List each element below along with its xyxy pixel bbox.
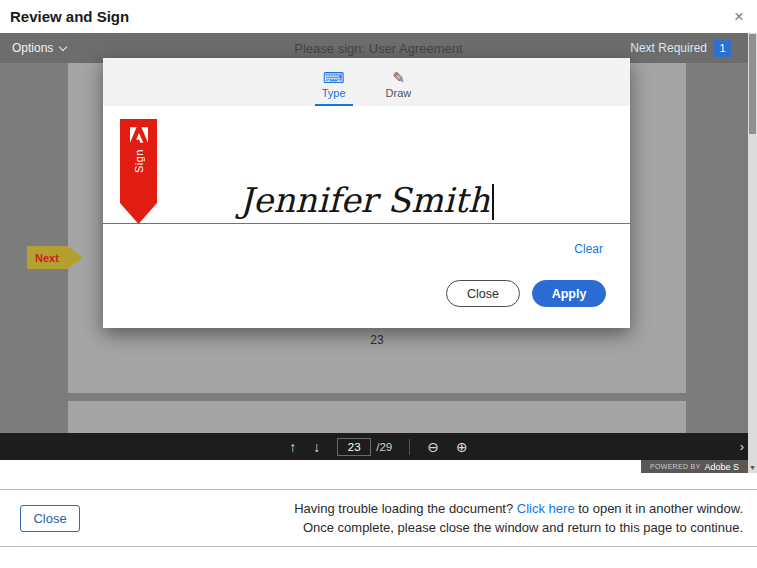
close-icon[interactable]: × [734, 8, 744, 25]
adobe-sign-ribbon: Sign [120, 119, 157, 224]
footer-close-button[interactable]: Close [20, 505, 80, 532]
expand-panel-icon[interactable]: › [740, 439, 744, 454]
options-menu[interactable]: Options [12, 41, 66, 55]
next-required-label: Next Required [630, 41, 707, 55]
tab-draw-label: Draw [386, 87, 412, 99]
click-here-link[interactable]: Click here [517, 501, 575, 516]
scrollbar[interactable]: ▼ [748, 33, 757, 473]
toolbar-divider [409, 439, 410, 455]
page-number-input[interactable]: 23 [337, 438, 371, 456]
signature-text: Jennifer Smith [239, 180, 489, 220]
scrollbar-thumb[interactable] [749, 34, 756, 134]
clear-link[interactable]: Clear [574, 242, 603, 256]
help-line1-post: to open it in another window. [575, 501, 743, 516]
document-viewer: Options Please sign: User Agreement Next… [0, 33, 757, 473]
page-total-label: /29 [376, 441, 392, 453]
chevron-down-icon [59, 42, 67, 50]
window-titlebar: Review and Sign × [0, 0, 757, 33]
apply-button[interactable]: Apply [532, 280, 606, 307]
next-required-indicator[interactable]: Next Required 1 [630, 40, 745, 57]
signature-input-area[interactable]: Sign Jennifer Smith [103, 106, 630, 224]
scrollbar-down-icon[interactable]: ▼ [748, 463, 757, 473]
tab-draw[interactable]: ✎ Draw [379, 70, 419, 106]
page-footer: Close Having trouble loading the documen… [0, 489, 757, 547]
document-page-next [68, 401, 686, 433]
next-required-count-badge: 1 [714, 40, 731, 57]
zoom-out-icon[interactable]: ⊖ [427, 440, 439, 454]
sign-ribbon-label: Sign [133, 149, 145, 173]
viewer-toolbar: ↑ ↓ 23 /29 ⊖ ⊕ › [0, 433, 757, 460]
powered-by-prefix: POWERED BY [650, 463, 700, 470]
text-cursor [492, 184, 494, 220]
keyboard-icon: ⌨ [323, 70, 345, 85]
page-up-icon[interactable]: ↑ [289, 440, 296, 454]
options-label: Options [12, 41, 53, 55]
next-field-arrow-label: Next [35, 252, 59, 264]
window-title: Review and Sign [10, 8, 129, 25]
page-down-icon[interactable]: ↓ [313, 440, 320, 454]
tab-type[interactable]: ⌨ Type [315, 70, 353, 106]
signature-modal: ⌨ Type ✎ Draw Sign Jennifer Smith Clear [103, 58, 630, 328]
page-number-label: 23 [68, 333, 686, 347]
pen-icon: ✎ [392, 70, 405, 85]
footer-help-text: Having trouble loading the document? Cli… [80, 499, 743, 538]
modal-close-button[interactable]: Close [446, 280, 520, 307]
help-line1-pre: Having trouble loading the document? [294, 501, 517, 516]
tab-type-label: Type [322, 87, 346, 99]
signature-tabs: ⌨ Type ✎ Draw [103, 58, 630, 106]
powered-by-badge: POWERED BY Adobe S [641, 460, 748, 473]
powered-by-brand: Adobe S [704, 462, 739, 472]
zoom-in-icon[interactable]: ⊕ [456, 440, 468, 454]
adobe-logo-icon [130, 127, 148, 143]
help-line2: Once complete, please close the window a… [303, 520, 743, 535]
powered-by-row: POWERED BY Adobe S [0, 460, 757, 473]
typed-signature[interactable]: Jennifer Smith [239, 180, 493, 223]
